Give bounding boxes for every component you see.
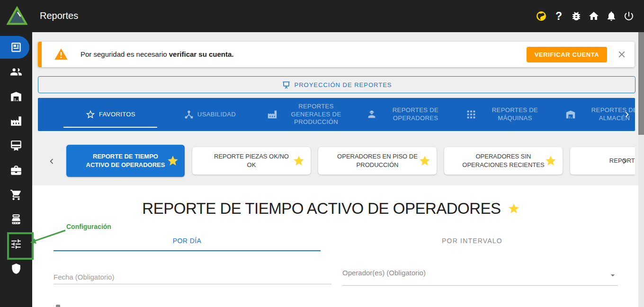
factory-icon <box>267 109 277 120</box>
active-subtab-indicator <box>54 250 321 251</box>
tab-favoritos[interactable]: FAVORITOS <box>61 98 160 131</box>
verify-account-button[interactable]: VERIFICAR CUENTA <box>527 47 607 62</box>
page-title: Reportes <box>40 10 78 21</box>
projection-reports-button[interactable]: PROYECCIÓN DE REPORTES <box>38 76 635 93</box>
notifications-icon[interactable] <box>606 10 617 22</box>
machines-icon <box>466 109 476 120</box>
tab-reportes-generales-produccion[interactable]: REPORTES GENERALES DE PRODUCCIÓN <box>259 98 359 131</box>
sidebar-item-toolbox[interactable] <box>0 158 32 183</box>
security-banner: Por seguridad es necesario verificar su … <box>38 42 635 67</box>
app-window: Reportes ? Por seguridad es necesario ve… <box>0 0 644 307</box>
warehouse-icon <box>10 90 22 103</box>
warning-icon <box>54 47 68 61</box>
hub-icon <box>184 109 194 120</box>
settings-tune-icon <box>10 238 22 250</box>
bug-icon[interactable] <box>571 10 582 22</box>
power-icon[interactable] <box>623 10 635 22</box>
banner-message-bold: verificar su cuenta. <box>169 50 234 58</box>
star-icon[interactable] <box>167 155 179 167</box>
favorites-cards-row: REPORTE DE TIEMPO ACTIVO DE OPERADORES R… <box>66 143 635 178</box>
security-shield-icon <box>10 263 22 275</box>
app-logo-icon <box>7 6 27 26</box>
certificate-icon <box>10 140 22 152</box>
cards-scroll-left-icon[interactable] <box>46 156 57 167</box>
scrollbar-thumb[interactable] <box>638 32 644 135</box>
sidebar-item-sales[interactable] <box>0 207 32 232</box>
fecha-field[interactable]: Fecha (Obligatorio) <box>54 273 114 281</box>
sidebar-item-certificates[interactable] <box>0 133 32 158</box>
sidebar-item-users[interactable] <box>0 60 32 84</box>
cards-scroll-right-icon[interactable] <box>619 156 630 167</box>
favorite-card-operadores-piso[interactable]: OPERADORES EN PISO DE PRODUCCIÓN <box>318 147 437 175</box>
warehouse-icon <box>565 109 576 120</box>
help-icon[interactable]: ? <box>553 10 564 22</box>
shopping-cart-icon <box>10 189 22 201</box>
report-category-tabs: FAVORITOS USABILIDAD REPORTES GENERALES … <box>38 98 635 131</box>
tab-usabilidad[interactable]: USABILIDAD <box>160 98 259 131</box>
operador-field[interactable]: Operador(es) (Obligatorio) <box>342 269 426 277</box>
subtab-por-dia[interactable]: POR DÍA <box>54 237 321 245</box>
header-actions: ? <box>536 0 635 32</box>
sidebar-item-reports[interactable] <box>0 35 32 60</box>
home-icon[interactable] <box>588 10 599 22</box>
projection-label: PROYECCIÓN DE REPORTES <box>295 81 392 88</box>
favorite-card-piezas-ok[interactable]: REPORTE PIEZAS OK/NO OK <box>192 147 311 175</box>
toolbox-icon <box>10 164 22 176</box>
presentation-icon <box>282 80 291 89</box>
chevron-down-icon[interactable] <box>608 271 617 280</box>
left-sidebar <box>0 32 32 307</box>
star-icon[interactable] <box>293 155 305 167</box>
engineer-icon <box>367 109 377 120</box>
favorites-carousel: REPORTE DE TIEMPO ACTIVO DE OPERADORES R… <box>58 143 635 178</box>
clipped-bottom-icon <box>56 305 60 307</box>
users-icon <box>10 66 22 78</box>
vertical-scrollbar[interactable] <box>638 32 644 307</box>
report-title-row: REPORTE DE TIEMPO ACTIVO DE OPERADORES <box>32 200 630 218</box>
language-icon[interactable] <box>536 10 547 22</box>
factory-icon <box>10 115 22 127</box>
tab-reportes-maquinas[interactable]: REPORTES DE MÁQUINAS <box>458 98 558 131</box>
sidebar-item-security[interactable] <box>0 256 32 281</box>
sidebar-item-warehouse[interactable] <box>0 84 32 109</box>
sidebar-item-factory[interactable] <box>0 109 32 133</box>
cash-register-icon <box>10 213 22 226</box>
tab-reportes-operadores[interactable]: REPORTES DE OPERADORES <box>359 98 458 131</box>
sidebar-item-shopping[interactable] <box>0 183 32 207</box>
star-outline-icon <box>85 109 96 120</box>
report-title: REPORTE DE TIEMPO ACTIVO DE OPERADORES <box>142 200 501 218</box>
banner-message: Por seguridad es necesario verificar su … <box>80 50 234 58</box>
favorite-card-operadores-sin-operaciones[interactable]: OPERADORES SIN OPERACIONES RECIENTES <box>444 147 563 175</box>
fecha-field-underline <box>54 284 331 284</box>
sidebar-item-configuration[interactable] <box>0 232 32 256</box>
subtab-por-intervalo[interactable]: POR INTERVALO <box>339 237 606 245</box>
configuration-annotation-label: Configuración <box>66 223 111 230</box>
operador-field-underline <box>342 285 618 286</box>
close-icon[interactable] <box>617 49 627 60</box>
reports-icon <box>10 41 22 53</box>
favorite-card-tiempo-activo[interactable]: REPORTE DE TIEMPO ACTIVO DE OPERADORES <box>66 145 185 177</box>
star-icon[interactable] <box>545 155 557 167</box>
banner-message-prefix: Por seguridad es necesario <box>80 50 169 58</box>
top-header: Reportes ? <box>0 0 644 32</box>
star-icon[interactable] <box>419 155 431 167</box>
tabs-scroll-right-icon[interactable] <box>622 109 632 120</box>
star-icon[interactable] <box>508 202 520 215</box>
